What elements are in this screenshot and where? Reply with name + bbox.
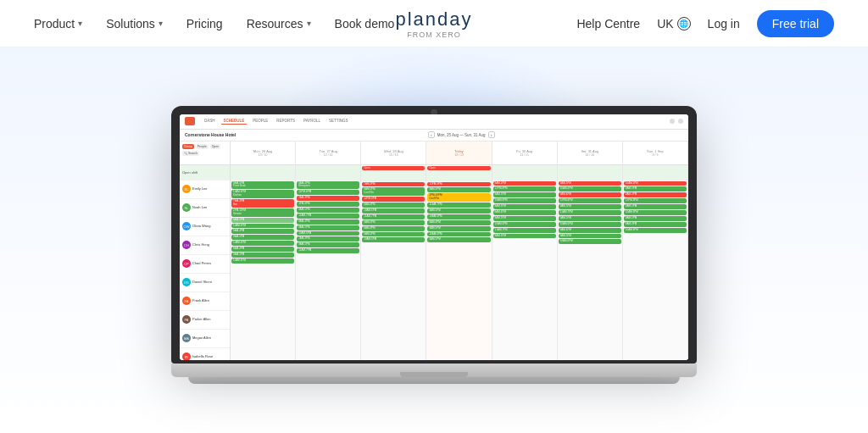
shift-block[interactable]: 1PM-9PM [297, 202, 359, 207]
shift-block[interactable]: 11AM-7PM [297, 214, 359, 219]
shift-block[interactable]: 9AM-5PM [493, 204, 556, 209]
filter-people-btn[interactable]: People [196, 144, 209, 149]
shift-block[interactable]: 12PM-8PM [427, 182, 490, 187]
shift-block[interactable]: 9AM-5PM [559, 216, 621, 221]
shift-block[interactable]: 10AM-6PM [559, 222, 621, 227]
shift-block[interactable]: 11AM-7PM [362, 214, 425, 219]
shift-block[interactable]: 8AM-4PM [297, 219, 359, 225]
nav-resources[interactable]: Resources ▾ [247, 17, 311, 31]
shift-block[interactable]: 7AM-3PMBar [231, 199, 294, 208]
shift-block[interactable]: 8AM-4PM [624, 192, 687, 197]
shift-block[interactable]: 9AM-5PM [297, 225, 359, 230]
shift-block[interactable]: 9AM-5PM [362, 232, 425, 237]
avatar: MA [182, 334, 191, 342]
shift-block[interactable]: 10AM-6PM [427, 232, 490, 237]
shift-block[interactable]: 9AM-5PM [427, 208, 490, 214]
shift-block[interactable]: 10AM-6PM [362, 237, 425, 242]
shift-block[interactable]: 8AM-4PM [493, 181, 556, 186]
shift-block[interactable]: 9AM-5PM [493, 216, 556, 221]
shift-block[interactable]: 10AM-6PM [231, 241, 294, 246]
tab-people[interactable]: PEOPLE [250, 118, 270, 125]
shift-block[interactable]: 12PM-8PM [559, 198, 621, 203]
shift-block[interactable]: 2PM-10PMConf Rm [427, 193, 490, 202]
shift-block[interactable]: 10AM-6PM [559, 186, 621, 192]
tab-reports[interactable]: REPORTS [274, 118, 298, 125]
shift-block[interactable]: Open [362, 166, 425, 171]
tab-dash[interactable]: DASH [202, 118, 218, 125]
nav-solutions[interactable]: Solutions ▾ [106, 17, 163, 31]
shift-block[interactable]: 8AM-4PM [362, 226, 425, 231]
shift-block[interactable]: 9AM-5PM [493, 234, 556, 239]
shift-block[interactable]: 8AM-4PM [493, 210, 556, 215]
shift-block[interactable]: 9AM-5PMFront Desk [231, 181, 294, 190]
shift-block[interactable]: 7AM-3PM [297, 196, 359, 201]
free-trial-button[interactable]: Free trial [757, 10, 834, 37]
shift-block[interactable]: 9AM-5PM [624, 216, 687, 221]
search-employees-input[interactable]: 🔍 Search [182, 151, 199, 156]
shift-block[interactable]: 12PM-8PM [493, 186, 556, 192]
shift-block[interactable]: 11AM-7PM [559, 210, 621, 215]
shift-block[interactable]: 2PM-10PMService [231, 208, 294, 217]
shift-block[interactable]: 10AM-6PM [427, 214, 490, 219]
shift-block[interactable]: 8AM-4PM [559, 192, 621, 197]
nav-book-demo[interactable]: Book demo [335, 17, 395, 31]
shift-block[interactable]: 10AM-6PM [624, 210, 687, 215]
shift-block[interactable]: 9AM-5PM [559, 234, 621, 239]
shift-block[interactable]: 10AM-6PM [624, 181, 687, 186]
shift-block[interactable]: 8AM-4PM [427, 220, 490, 225]
shift-block[interactable]: 8AM-4PMReception [297, 181, 359, 190]
shift-block[interactable]: 10AM-6PM [362, 208, 425, 214]
shift-block[interactable]: 9AM-5PM [362, 220, 425, 225]
shift-block[interactable]: 11AM-7PM [427, 203, 490, 208]
shift-block[interactable]: 10AM-6PM [297, 231, 359, 236]
tab-schedule[interactable]: SCHEDULE [221, 118, 248, 125]
shift-block[interactable]: 9AM-5PM [624, 186, 687, 192]
tab-payroll[interactable]: PAYROLL [301, 118, 323, 125]
shift-block[interactable]: 9AM-5PM [493, 192, 556, 197]
shift-block[interactable]: 10AM-6PM [559, 239, 621, 244]
shift-block[interactable]: 12PM-8PM [624, 198, 687, 203]
shift-block[interactable]: 9AM-5PM [231, 253, 294, 258]
laptop-foot [188, 377, 680, 384]
shift-block[interactable]: 9AM-5PM [427, 187, 490, 192]
nav-product[interactable]: Product ▾ [34, 17, 82, 31]
next-week-button[interactable]: › [488, 131, 495, 138]
shift-block[interactable]: 10AM-6PM [231, 224, 294, 229]
shift-block[interactable]: 10AM-6PM [493, 198, 556, 203]
shift-block[interactable]: 9AM-5PM [297, 242, 359, 247]
shift-block[interactable]: 11AM-7PM [297, 248, 359, 253]
filter-group-btn[interactable]: Group [182, 144, 194, 149]
filter-open-btn[interactable]: Open [210, 144, 221, 149]
shift-block[interactable]: 8AM-4PM [559, 228, 621, 233]
nav-pricing[interactable]: Pricing [186, 17, 223, 31]
shift-block[interactable]: 8AM-4PM [231, 247, 294, 252]
shift-block[interactable]: Open [427, 166, 490, 171]
shift-block[interactable]: 8AM-4PM [624, 222, 687, 227]
shift-block[interactable]: 9AM-5PM [231, 218, 294, 223]
shift-block[interactable]: 10AM-6PMKitchen [231, 190, 294, 198]
shift-block[interactable]: 11AM-7PM [493, 228, 556, 233]
shift-block[interactable]: 9AM-5PM [231, 235, 294, 240]
login-link[interactable]: Log in [708, 17, 740, 31]
brand-logo: planday FROM XERO [395, 8, 472, 39]
shift-block[interactable]: 12PM-8PM [362, 197, 425, 202]
shift-block[interactable]: 9AM-5PM [624, 204, 687, 209]
shift-block[interactable]: 8AM-4PM [231, 229, 294, 234]
shift-block[interactable]: 7AM-3PM [297, 236, 359, 241]
shift-block[interactable]: 7AM-3PM [362, 182, 425, 187]
shift-block[interactable]: 9AM-5PMConf Rm [362, 187, 425, 196]
shift-block[interactable]: 9AM-5PM [559, 204, 621, 209]
shift-block[interactable]: 9AM-5PM [559, 181, 621, 186]
shift-block[interactable]: 9AM-5PM [297, 208, 359, 213]
help-centre-link[interactable]: Help Centre [576, 17, 640, 31]
tab-settings[interactable]: SETTINGS [326, 118, 351, 125]
prev-week-button[interactable]: ‹ [428, 131, 435, 138]
shift-block[interactable]: 10AM-6PM [624, 228, 687, 233]
shift-block[interactable]: 10AM-6PM [231, 258, 294, 264]
region-selector[interactable]: UK 🌐 [657, 17, 690, 31]
shift-block[interactable]: 12PM-8PM [297, 190, 359, 195]
shift-block[interactable]: 8AM-4PM [362, 203, 425, 208]
shift-block[interactable]: 10AM-6PM [493, 222, 556, 227]
shift-block[interactable]: 9AM-5PM [427, 226, 490, 231]
shift-block[interactable]: 9AM-5PM [427, 237, 490, 242]
